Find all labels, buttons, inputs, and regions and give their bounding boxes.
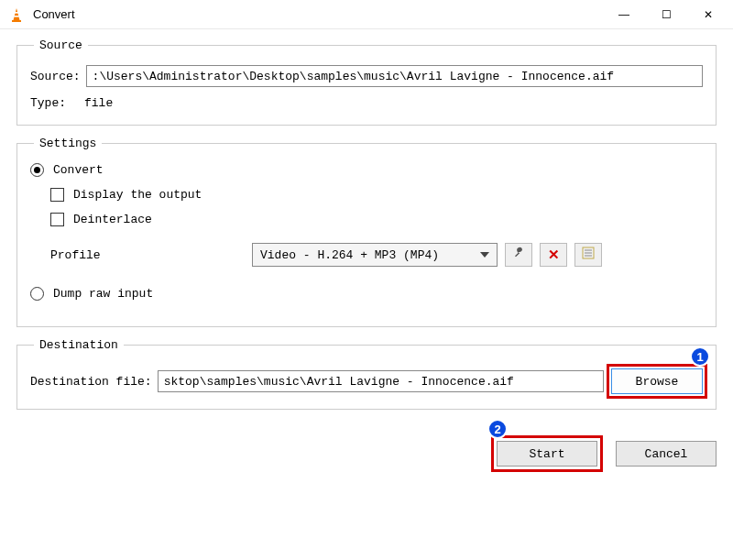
minimize-button[interactable]: —: [603, 0, 645, 29]
source-legend: Source: [34, 38, 88, 52]
source-group: Source Source: Type: file: [16, 38, 717, 126]
destination-file-input[interactable]: [158, 370, 604, 392]
display-output-checkbox[interactable]: Display the output: [50, 188, 703, 202]
wrench-icon: [512, 247, 525, 263]
dump-radio[interactable]: Dump raw input: [30, 287, 703, 301]
svg-rect-1: [15, 12, 18, 14]
radio-icon: [30, 287, 44, 301]
annotation-badge-1: 1: [690, 346, 710, 367]
convert-label: Convert: [53, 163, 104, 177]
source-input[interactable]: [86, 65, 703, 87]
cancel-button[interactable]: Cancel: [616, 441, 717, 467]
svg-rect-3: [12, 20, 21, 22]
deinterlace-checkbox[interactable]: Deinterlace: [50, 213, 703, 226]
vlc-cone-icon: [7, 5, 26, 24]
x-icon: ✕: [548, 247, 560, 263]
list-icon: [582, 247, 595, 263]
titlebar: Convert — ☐ ✕: [0, 0, 733, 29]
radio-icon: [30, 163, 44, 177]
start-button[interactable]: Start: [497, 441, 597, 467]
close-button[interactable]: ✕: [687, 0, 729, 29]
type-label: Type:: [30, 96, 66, 110]
destination-file-label: Destination file:: [30, 375, 152, 389]
type-value: file: [84, 96, 113, 110]
profile-delete-button[interactable]: ✕: [540, 243, 567, 267]
source-label: Source:: [30, 70, 81, 83]
chevron-down-icon: [480, 252, 489, 258]
profile-new-button[interactable]: [574, 243, 602, 267]
settings-group: Settings Convert Display the output Dein…: [16, 137, 717, 327]
window-buttons: — ☐ ✕: [603, 0, 729, 29]
svg-marker-0: [14, 8, 20, 20]
svg-rect-2: [14, 16, 19, 17]
browse-button[interactable]: Browse: [611, 368, 703, 394]
dialog-actions: 2 Start Cancel: [0, 432, 733, 467]
deinterlace-label: Deinterlace: [73, 213, 152, 226]
maximize-button[interactable]: ☐: [645, 0, 687, 29]
annotation-badge-2: 2: [487, 419, 508, 439]
settings-legend: Settings: [34, 137, 102, 150]
destination-group: Destination Destination file: 1 Browse: [16, 338, 717, 410]
window-title: Convert: [33, 7, 603, 21]
checkbox-icon: [50, 188, 64, 202]
destination-legend: Destination: [34, 338, 124, 352]
dump-label: Dump raw input: [53, 287, 153, 301]
profile-label: Profile: [50, 248, 252, 262]
profile-select[interactable]: Video - H.264 + MP3 (MP4): [252, 243, 498, 267]
profile-value: Video - H.264 + MP3 (MP4): [260, 248, 439, 262]
display-output-label: Display the output: [73, 188, 202, 202]
convert-radio[interactable]: Convert: [30, 163, 703, 177]
profile-settings-button[interactable]: [505, 243, 532, 267]
checkbox-icon: [50, 213, 64, 226]
